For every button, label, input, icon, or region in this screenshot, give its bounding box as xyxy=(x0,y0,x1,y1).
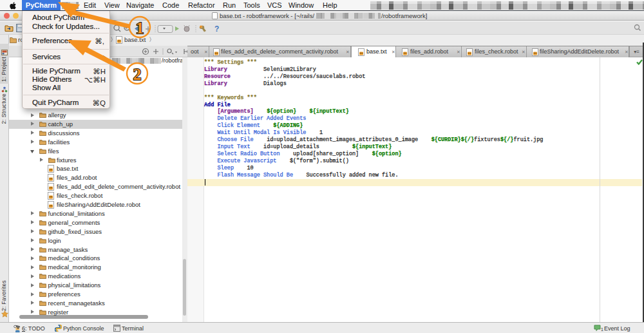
svg-text:?: ? xyxy=(214,24,219,33)
svg-text:1: 1 xyxy=(136,19,144,37)
svg-text:2: 2 xyxy=(133,65,142,84)
